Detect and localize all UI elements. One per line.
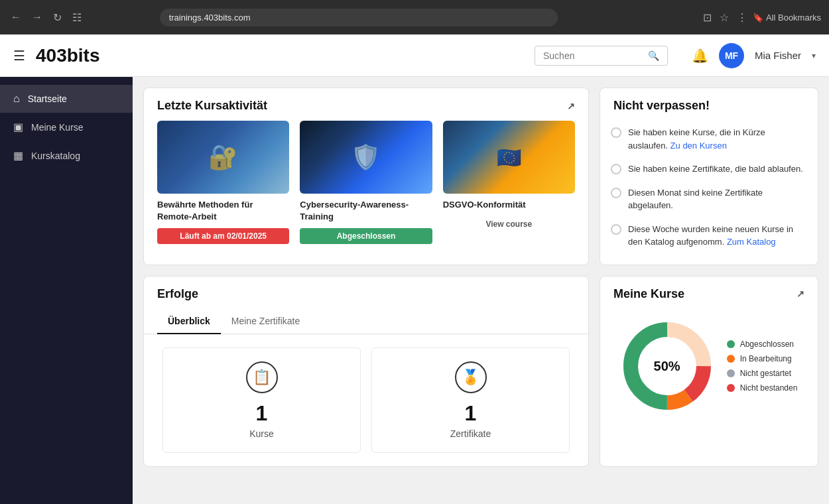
legend-label-nicht-bestanden: Nicht bestanden [740, 383, 798, 393]
star-icon: ☆ [720, 11, 729, 24]
course-item-3[interactable]: DSGVO-Konformität View course [443, 121, 575, 244]
course-thumbnail-2 [300, 121, 432, 194]
erfolge-card: Erfolge Überblick Meine Zertifikate 📋 1 … [143, 276, 589, 467]
notif-text-4: Diese Woche wurden keine neuen Kurse in … [628, 223, 807, 249]
notif-text-1: Sie haben keine Kurse, die in Kürze ausl… [628, 126, 807, 152]
notification-list: Sie haben keine Kurse, die in Kürze ausl… [600, 121, 818, 265]
stat-kurse-value: 1 [256, 401, 268, 426]
notif-item-4: Diese Woche wurden keine neuen Kurse in … [611, 218, 807, 254]
app-container: ☰ 403bits 🔍 🔔 MF Mia Fisher ▾ ⌂ Startsei… [0, 34, 829, 504]
external-link-icon[interactable]: ↗ [567, 101, 575, 111]
back-button[interactable]: ← [8, 9, 24, 26]
extensions-button[interactable]: ☷ [70, 9, 84, 27]
legend-label-in-bearbeitung: In Bearbeitung [740, 354, 792, 363]
legend-label-nicht-gestartet: Nicht gestartet [740, 369, 791, 378]
tab-ueberblick[interactable]: Überblick [157, 309, 221, 334]
course-item-1[interactable]: Bewährte Methoden für Remote-Arbeit Läuf… [157, 121, 289, 244]
donut-container: 50% Abgeschlossen In Bearbeitung [600, 309, 818, 423]
erfolge-stats: 📋 1 Kurse 🏅 1 Zertifikate [144, 334, 588, 466]
stat-zertifikate-label: Zertifikate [450, 428, 491, 439]
course-badge-2: Abgeschlossen [300, 228, 432, 244]
donut-legend: Abgeschlossen In Bearbeitung Nicht gesta… [727, 340, 798, 393]
content-area: Letzte Kursaktivität ↗ Bewährte Methoden… [133, 77, 829, 504]
notif-circle-1 [611, 127, 621, 138]
notif-circle-4 [611, 224, 621, 235]
legend-dot-nicht-bestanden [727, 384, 735, 392]
course-badge-3[interactable]: View course [443, 216, 575, 232]
browser-chrome: ← → ↻ ☷ trainings.403bits.com ⊡ ☆ ⋮ 🔖 Al… [0, 0, 829, 34]
stat-zertifikate-icon: 🏅 [455, 361, 487, 393]
bookmarks-button[interactable]: 🔖 All Bookmarks [753, 13, 821, 23]
donut-chart: 50% [621, 320, 714, 412]
sidebar-item-kurskatalog[interactable]: ▦ Kurskatalog [0, 141, 133, 170]
nicht-verpassen-title: Nicht verpassen! [613, 99, 710, 113]
course-badge-1: Läuft ab am 02/01/2025 [157, 228, 289, 244]
legend-nicht-gestartet: Nicht gestartet [727, 369, 798, 378]
courses-icon: ▣ [13, 121, 23, 133]
notif-link-4[interactable]: Zum Katalog [727, 237, 776, 247]
header-right: 🔔 MF Mia Fisher ▾ [692, 43, 816, 68]
refresh-button[interactable]: ↻ [50, 9, 64, 27]
cast-icon: ⊡ [703, 11, 712, 24]
user-name: Mia Fisher [755, 50, 801, 61]
course-thumbnail-1 [157, 121, 289, 194]
notif-item-3: Diesen Monat sind keine Zertifikate abge… [611, 181, 807, 218]
tab-meine-zertifikate[interactable]: Meine Zertifikate [221, 309, 310, 334]
sidebar-item-startseite[interactable]: ⌂ Startseite [0, 85, 133, 113]
app-logo: 403bits [36, 45, 100, 66]
sidebar-item-meine-kurse[interactable]: ▣ Meine Kurse [0, 113, 133, 141]
chevron-down-icon[interactable]: ▾ [812, 51, 816, 60]
stat-kurse-label: Kurse [249, 428, 274, 439]
legend-in-bearbeitung: In Bearbeitung [727, 354, 798, 363]
letzte-kursaktivitaet-header: Letzte Kursaktivität ↗ [144, 88, 588, 121]
search-bar: 🔍 [535, 46, 668, 66]
more-icon: ⋮ [737, 11, 747, 24]
sidebar-item-label: Kurskatalog [31, 151, 80, 161]
donut-label: 50% [654, 358, 680, 373]
nicht-verpassen-header: Nicht verpassen! [600, 88, 818, 121]
notif-item-1: Sie haben keine Kurse, die in Kürze ausl… [611, 121, 807, 157]
legend-dot-in-bearbeitung [727, 355, 735, 363]
notif-item-2: Sie haben keine Zertifikate, die bald ab… [611, 157, 807, 181]
sidebar-item-label: Startseite [28, 94, 67, 104]
notif-text-2: Sie haben keine Zertifikate, die bald ab… [628, 162, 803, 176]
letzte-kursaktivitaet-card: Letzte Kursaktivität ↗ Bewährte Methoden… [143, 88, 589, 265]
course-title-2: Cybersecurity-Awareness-Training [300, 199, 432, 223]
legend-label-abgeschlossen: Abgeschlossen [740, 340, 794, 349]
menu-button[interactable]: ☰ [13, 48, 25, 64]
letzte-kursaktivitaet-title: Letzte Kursaktivität [157, 99, 267, 113]
forward-button[interactable]: → [29, 9, 45, 26]
catalog-icon: ▦ [13, 149, 23, 162]
erfolge-header: Erfolge [144, 277, 588, 309]
stat-zertifikate: 🏅 1 Zertifikate [371, 347, 570, 453]
course-thumbnail-3 [443, 121, 575, 194]
course-title-1: Bewährte Methoden für Remote-Arbeit [157, 199, 289, 223]
meine-kurse-external-link-icon[interactable]: ↗ [797, 288, 804, 299]
nicht-verpassen-card: Nicht verpassen! Sie haben keine Kurse, … [600, 88, 818, 265]
stat-kurse: 📋 1 Kurse [162, 347, 361, 453]
bookmark-icon: 🔖 [753, 13, 763, 23]
search-input[interactable] [543, 50, 643, 61]
sidebar: ⌂ Startseite ▣ Meine Kurse ▦ Kurskatalog [0, 77, 133, 504]
avatar: MF [719, 43, 744, 68]
tabs-bar: Überblick Meine Zertifikate [144, 309, 588, 334]
notif-text-3: Diesen Monat sind keine Zertifikate abge… [628, 186, 807, 212]
legend-dot-nicht-gestartet [727, 369, 735, 377]
meine-kurse-card: Meine Kurse ↗ [600, 276, 818, 467]
legend-dot-abgeschlossen [727, 340, 735, 348]
course-item-2[interactable]: Cybersecurity-Awareness-Training Abgesch… [300, 121, 432, 244]
meine-kurse-header: Meine Kurse ↗ [600, 277, 818, 309]
notif-link-1[interactable]: Zu den Kursen [670, 141, 727, 151]
course-title-3: DSGVO-Konformität [443, 199, 575, 211]
legend-nicht-bestanden: Nicht bestanden [727, 383, 798, 393]
main-layout: ⌂ Startseite ▣ Meine Kurse ▦ Kurskatalog… [0, 77, 829, 504]
courses-grid: Bewährte Methoden für Remote-Arbeit Läuf… [144, 121, 588, 257]
stat-zertifikate-value: 1 [465, 401, 477, 426]
notification-icon[interactable]: 🔔 [692, 48, 708, 64]
url-bar[interactable]: trainings.403bits.com [160, 9, 558, 27]
home-icon: ⌂ [13, 93, 20, 105]
meine-kurse-title: Meine Kurse [613, 287, 684, 301]
legend-abgeschlossen: Abgeschlossen [727, 340, 798, 349]
sidebar-item-label: Meine Kurse [31, 122, 84, 133]
app-header: ☰ 403bits 🔍 🔔 MF Mia Fisher ▾ [0, 34, 829, 77]
